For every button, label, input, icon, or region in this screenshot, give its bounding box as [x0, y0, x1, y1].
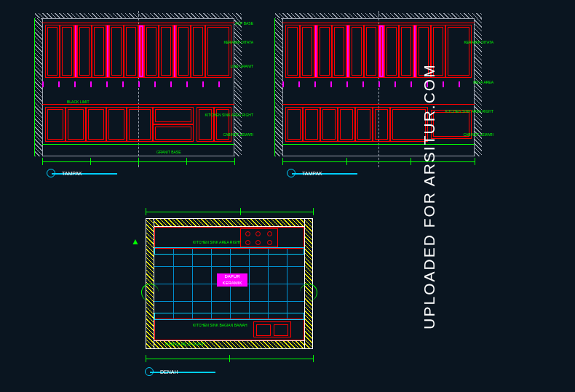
backsplash-level	[282, 81, 475, 87]
wall-top	[146, 218, 313, 227]
cabinet-door	[317, 25, 332, 78]
base-drawer	[153, 107, 194, 124]
cabinet-door	[205, 25, 231, 78]
cabinet-door	[445, 25, 472, 78]
floor-plan-view: DAPUR KERAMIK ▲ KITCHEN SINK AREA RIGHT …	[127, 196, 331, 378]
view-title: TAMPAK	[62, 171, 82, 176]
stove-cooktop	[240, 228, 278, 247]
cabinet-door	[77, 25, 92, 78]
plan-outline: DAPUR KERAMIK	[146, 218, 313, 349]
label: MARBLE MEJA GRANIT	[165, 342, 205, 346]
cabinet-door	[191, 25, 205, 78]
upper-line	[42, 23, 234, 23]
cad-drawing-area: ACP BASE KERAMIK DITATA LINE GRANIT KITC…	[0, 0, 524, 392]
label: KITCHEN SINK AREA RIGHT	[193, 240, 241, 244]
label: BLACK LIMIT	[67, 100, 90, 104]
base-door	[45, 107, 66, 142]
sink	[253, 321, 291, 337]
counter-line	[282, 104, 475, 105]
cabinet-door	[300, 25, 314, 78]
cabinet-door	[332, 25, 346, 78]
base-door	[127, 107, 153, 142]
cabinet-door	[45, 25, 60, 78]
door-swing-right	[300, 284, 317, 301]
dimension-line	[146, 208, 313, 215]
cabinet-door	[384, 25, 399, 78]
label: KITCHEN SINK AREA RIGHT	[445, 109, 493, 113]
view-marker-icon	[287, 169, 296, 177]
counter-top	[154, 227, 304, 249]
base-door	[320, 107, 338, 142]
elevation-view-b: KERAMIK DITATA MEJA AREA KITCHEN SINK AR…	[269, 7, 488, 178]
label: KERAMIK DITATA	[464, 40, 493, 44]
floor-line	[42, 144, 234, 145]
label: KITCHEN SINK BAGIAN BAWAH	[193, 323, 247, 327]
upper-cabinets	[285, 25, 472, 78]
watermark-text: UPLOADED FOR ARSITUR.COM	[420, 63, 437, 329]
base-door	[106, 107, 127, 142]
label: GRANIT BASE	[156, 150, 181, 154]
dimension-line-left	[271, 18, 278, 156]
room-label: DAPUR KERAMIK	[217, 273, 247, 287]
view-title: TAMPAK	[302, 171, 322, 176]
label: ACP BASE	[235, 21, 253, 25]
cabinet-door	[364, 25, 378, 78]
view-marker-icon	[145, 367, 154, 376]
label: CABINET LEMARI	[223, 132, 253, 137]
base-cabinets	[285, 107, 472, 142]
cabinet-panel	[378, 25, 384, 78]
base-door	[373, 107, 390, 142]
label: KERAMIK DITATA	[223, 40, 253, 44]
floor-line	[282, 144, 475, 145]
cabinet-door	[92, 25, 106, 78]
label: CABINET LEMARI	[463, 132, 493, 137]
base-door	[86, 107, 106, 142]
cabinet-door	[60, 25, 74, 78]
base-door	[338, 107, 355, 142]
dimension-line-left	[31, 18, 38, 156]
base-door	[285, 107, 303, 142]
upper-cabinets	[45, 25, 231, 78]
base-door	[66, 107, 86, 142]
dimension-line-bottom	[282, 158, 475, 165]
room-name: DAPUR	[217, 273, 247, 280]
dimension-line	[146, 355, 313, 362]
dimension-line-bottom	[42, 158, 234, 165]
label: KITCHEN SINK AREA RIGHT	[205, 113, 253, 117]
counter-line	[42, 104, 234, 105]
cabinet-door	[285, 25, 300, 78]
backsplash-level	[42, 81, 234, 87]
label: LINE GRANIT	[231, 64, 253, 68]
cabinet-door	[349, 25, 364, 78]
cabinet-panel	[138, 25, 144, 78]
north-arrow-icon: ▲	[131, 236, 140, 247]
cabinet-door	[144, 25, 159, 78]
cabinet-door	[399, 25, 413, 78]
cabinet-door	[159, 25, 173, 78]
upper-line	[282, 23, 475, 23]
base-door	[303, 107, 320, 142]
base-drawer	[153, 124, 194, 142]
view-marker-icon	[47, 169, 55, 177]
door-swing-left	[141, 284, 159, 301]
cabinet-door	[124, 25, 138, 78]
cabinet-door	[109, 25, 124, 78]
label: MEJA AREA	[473, 80, 493, 84]
elevation-view-a: ACP BASE KERAMIK DITATA LINE GRANIT KITC…	[29, 7, 247, 178]
base-cabinets	[45, 107, 231, 142]
base-door	[355, 107, 373, 142]
cabinet-door	[176, 25, 191, 78]
view-title: DENAH	[160, 369, 178, 375]
room-sub: KERAMIK	[217, 280, 247, 287]
